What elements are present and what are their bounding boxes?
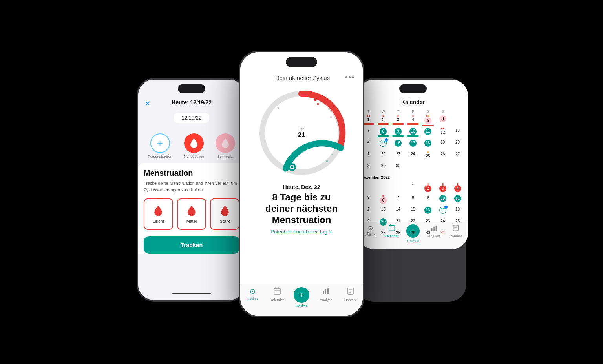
flow-option-leicht[interactable]: Leicht [144, 198, 173, 230]
right-tab-content[interactable]: Content [445, 224, 466, 243]
svg-rect-17 [323, 291, 324, 294]
center-tab-bar: ⊙ Zyklus Kalender + Tracken [240, 284, 363, 316]
tracking-item-schmierb[interactable]: Schmierb. [216, 133, 235, 158]
right-tab-label-content: Content [450, 234, 462, 238]
right-content-icon [452, 224, 459, 233]
cal-cell[interactable]: 11 [420, 127, 435, 138]
tracking-icons-row: + Personalisieren Menstruation Schmier [138, 127, 245, 162]
center-phone-content: Dein aktueller Zyklus ••• › [240, 52, 363, 316]
tab-analyse[interactable]: Analyse [314, 287, 338, 308]
cal-cell[interactable]: 16 [391, 139, 406, 150]
right-kalender-icon [388, 224, 395, 233]
add-icon: + [294, 287, 309, 303]
content-icon [347, 287, 354, 297]
left-phone-content: ✕ Heute: 12/19/22 12/19/22 + Personalisi… [138, 80, 245, 300]
heute-bold: Heute, [283, 184, 300, 190]
tab-label-tracken: Tracken [295, 304, 308, 308]
analyse-icon [322, 287, 330, 297]
cal-cell[interactable]: 15 ● [376, 139, 391, 150]
svg-point-2 [314, 99, 316, 101]
heute-date: Dez. 22 [301, 184, 320, 190]
cal-cell[interactable]: 3 [435, 183, 450, 194]
cycle-center-text: Tag 21 [298, 127, 305, 139]
cal-cell[interactable]: 16 [420, 206, 435, 217]
cal-cell[interactable]: 10 [435, 195, 450, 206]
cal-cell[interactable]: 9 [391, 127, 406, 138]
cal-cell[interactable]: 10 [406, 127, 420, 138]
cal-cell[interactable]: 17 [435, 206, 450, 217]
left-phone: ✕ Heute: 12/19/22 12/19/22 + Personalisi… [137, 78, 247, 302]
cal-cell[interactable]: 1 [406, 183, 420, 194]
cal-cell[interactable]: 2 [376, 115, 391, 127]
cycle-ring: › [254, 86, 349, 180]
tab-kalender[interactable]: Kalender [265, 287, 289, 308]
cal-cell[interactable]: 17 [406, 139, 420, 150]
cycle-day-label: Tag [298, 127, 305, 131]
cal-days-header-2 [361, 180, 465, 182]
cal-cell [450, 115, 465, 127]
cal-cell[interactable]: 18 [420, 139, 435, 150]
cal-cell[interactable]: 29 [376, 163, 391, 174]
flow-option-mittel[interactable]: Mittel [177, 198, 206, 230]
cal-cell[interactable]: 4 [406, 115, 420, 127]
tracking-label-menstruation: Menstruation [184, 155, 204, 158]
svg-point-4 [320, 100, 322, 102]
drop-red-icon [184, 133, 204, 153]
tracking-item-personalisieren[interactable]: + Personalisieren [148, 133, 172, 158]
cal-cell[interactable]: 14 [391, 206, 406, 217]
svg-point-5 [330, 116, 332, 118]
cal-cell[interactable]: 3 [391, 115, 406, 127]
cal-cell[interactable]: 4 [450, 183, 465, 194]
cal-cell[interactable]: 20 [450, 139, 465, 150]
close-icon[interactable]: ✕ [144, 99, 150, 108]
cal-cell[interactable]: 8 [406, 195, 420, 206]
tracking-label-personalisieren: Personalisieren [148, 155, 172, 158]
cal-cell[interactable]: 23 [391, 151, 406, 162]
cal-cell[interactable]: 12 [435, 127, 450, 138]
cal-cell[interactable]: 7 [391, 195, 406, 206]
dots-menu-icon[interactable]: ••• [345, 74, 355, 82]
right-phone-content: Kalender T W T F S S [358, 80, 468, 249]
svg-rect-18 [325, 289, 326, 294]
days-text: 8 Tage bis zudeiner nächstenMenstruation [252, 192, 351, 226]
svg-rect-28 [431, 228, 433, 231]
tracking-item-menstruation[interactable]: Menstruation [184, 133, 204, 158]
cal-cell [420, 163, 435, 174]
cal-cell[interactable]: 13 [450, 127, 465, 138]
cal-cell [450, 163, 465, 174]
tracking-label-schmierb: Schmierb. [217, 155, 234, 158]
tab-content[interactable]: Content [338, 287, 363, 308]
plus-icon: + [150, 133, 170, 153]
cal-cell[interactable]: 8 [376, 127, 391, 138]
cal-cell[interactable]: 27 [450, 151, 465, 162]
cal-dec-row-2: 9 6 7 8 9 [361, 195, 465, 206]
cal-cell[interactable]: 11 [450, 195, 465, 206]
cal-cell[interactable]: 22 [376, 151, 391, 162]
center-phone: Dein aktueller Zyklus ••• › [239, 51, 364, 317]
cal-cell[interactable]: 25 [420, 151, 435, 162]
cal-cell[interactable]: 13 [376, 206, 391, 217]
cal-cell[interactable]: 24 [406, 151, 420, 162]
cal-cell[interactable]: 15 [406, 206, 420, 217]
cal-cell[interactable]: 30 [391, 163, 406, 174]
cal-cell[interactable]: 19 [435, 139, 450, 150]
flow-label-mittel: Mittel [186, 219, 197, 224]
cal-cell[interactable]: 5 [420, 115, 435, 127]
svg-point-8 [326, 160, 328, 162]
fertile-label[interactable]: Potentiell fruchtbarer Tag ∨ [252, 229, 351, 235]
cal-cell[interactable]: 9 [420, 195, 435, 206]
tab-zyklus[interactable]: ⊙ Zyklus [240, 287, 265, 308]
cal-cell[interactable]: 26 [435, 151, 450, 162]
right-phone: Kalender T W T F S S [356, 78, 466, 302]
cal-cell [406, 163, 420, 174]
flow-option-stark[interactable]: Stark [210, 198, 239, 230]
kalender-icon [273, 287, 281, 297]
tracken-button[interactable]: Tracken [144, 236, 239, 254]
cal-cell[interactable]: 6 [376, 195, 391, 206]
cal-cell[interactable]: 6 [435, 115, 450, 127]
cal-cell[interactable]: 2 [420, 183, 435, 194]
right-analyse-icon [431, 224, 438, 233]
cal-cell[interactable]: 18 [450, 206, 465, 217]
tab-tracken-add[interactable]: + Tracken [289, 287, 314, 308]
left-header-title: Heute: 12/19/22 [172, 99, 212, 106]
